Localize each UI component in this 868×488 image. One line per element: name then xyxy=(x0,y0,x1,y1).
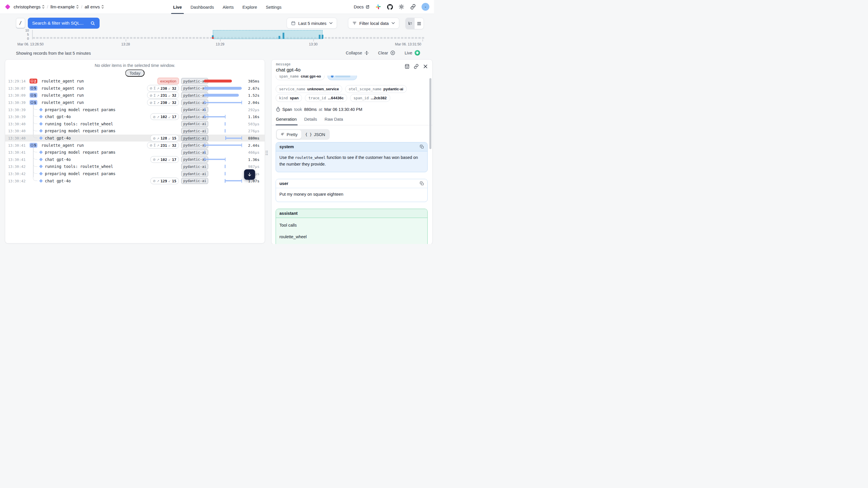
row-timestamp: 13:30:41 xyxy=(8,150,26,155)
trace-row[interactable]: 13:30:40chat gpt-4o⊘↗128↙15pydantic-ai88… xyxy=(5,135,265,142)
trace-row[interactable]: 13:30:41−5roulette_agent run⊘Σ↗231↙32pyd… xyxy=(5,141,265,149)
span-word: Span xyxy=(282,107,292,112)
tree-view-button[interactable] xyxy=(406,18,414,29)
clear-button[interactable]: Clear xyxy=(378,51,396,55)
token-usage-badge[interactable]: ⊘↗102↙17 xyxy=(150,113,179,120)
avatar-label: - xyxy=(425,5,426,9)
collapse-button[interactable]: Collapse xyxy=(346,51,369,55)
time-range-dropdown[interactable]: Last 5 minutes xyxy=(287,18,337,29)
attribute-pill-span_id[interactable]: span_id...2cb382 xyxy=(350,94,390,102)
tab-alerts[interactable]: Alerts xyxy=(223,0,234,14)
docs-link[interactable]: Docs xyxy=(354,4,370,9)
detail-tab-generation[interactable]: Generation xyxy=(276,117,297,122)
child-count-badge[interactable]: −5 xyxy=(30,143,37,148)
tree-elbow xyxy=(33,120,37,124)
trace-row[interactable]: 13:30:09+5roulette_agent run⊘Σ↗231↙32pyd… xyxy=(5,92,265,99)
token-usage-badge[interactable]: ⊘↗102↙17 xyxy=(150,156,179,163)
copy-icon[interactable] xyxy=(420,182,424,186)
attribute-pill-service_name[interactable]: service_nameunknown_service xyxy=(276,85,342,93)
scroll-to-bottom-button[interactable] xyxy=(244,169,255,180)
trace-row[interactable]: 13:30:42chat gpt-4o⊘↗129↙15pydantic-ai1.… xyxy=(5,177,265,184)
attribute-key: kind xyxy=(279,96,288,100)
output-tokens-arrow-icon: ↙ xyxy=(168,158,171,161)
timeline-xtick: 13:29 xyxy=(216,42,224,46)
detail-tab-raw-data[interactable]: Raw Data xyxy=(324,117,343,122)
child-count-badge[interactable]: +5 xyxy=(30,86,37,91)
attribute-pill-trace_id[interactable]: trace_id...64436c xyxy=(305,94,347,102)
clipped-blue-badge[interactable] xyxy=(328,75,357,80)
pretty-view-button[interactable]: Pretty xyxy=(277,130,301,139)
row-span-name: preparing model request params xyxy=(45,150,116,155)
token-usage-badge[interactable]: ⊘Σ↗231↙32 xyxy=(147,142,179,149)
output-tokens-arrow-icon: ↙ xyxy=(168,87,171,90)
flat-list-view-button[interactable] xyxy=(414,18,424,29)
token-usage-badge[interactable]: ⊘↗128↙15 xyxy=(150,135,179,141)
project-switcher[interactable]: llm-example xyxy=(51,4,79,9)
copy-icon[interactable] xyxy=(420,145,424,149)
token-coin-icon: ⊘ xyxy=(153,158,156,162)
share-link-icon[interactable] xyxy=(410,4,416,10)
token-usage-badge[interactable]: ⊘Σ↗231↙32 xyxy=(147,92,179,99)
duration-bar xyxy=(204,151,205,154)
pill-row: kindspantrace_id...64436cspan_id...2cb38… xyxy=(276,94,390,102)
user-avatar[interactable]: - xyxy=(422,3,429,11)
token-usage-badge[interactable]: ⊘Σ↗230↙32 xyxy=(147,99,179,106)
attribute-pill-otel_scope_name[interactable]: otel_scope_namepydantic-ai xyxy=(345,85,407,93)
env-switcher[interactable]: all envs xyxy=(85,4,104,9)
row-duration: 503µs xyxy=(248,122,259,126)
child-count-badge[interactable]: +5 xyxy=(30,93,37,98)
github-icon[interactable] xyxy=(387,4,393,10)
open-brace: { xyxy=(284,243,286,244)
slack-icon[interactable] xyxy=(375,4,381,10)
main-tabs: LiveDashboardsAlertsExploreSettings xyxy=(173,0,281,14)
trace-row[interactable]: 13:30:39−5roulette_agent run⊘Σ↗230↙32pyd… xyxy=(5,99,265,106)
close-icon[interactable] xyxy=(423,64,428,69)
tab-live[interactable]: Live xyxy=(173,0,182,14)
timeline-axis-tick xyxy=(220,39,221,41)
json-view-button[interactable]: { } JSON xyxy=(301,130,329,139)
chevron-updown-icon xyxy=(42,5,44,9)
sigma-icon: Σ xyxy=(153,86,155,90)
trace-row[interactable]: 13:30:40preparing model request paramspy… xyxy=(5,127,265,135)
attribute-pill-kind[interactable]: kindspan xyxy=(276,94,302,102)
json-tree-root[interactable]: { 1 items xyxy=(279,243,424,244)
breadcrumb-separator: / xyxy=(47,4,48,9)
span-diamond-icon xyxy=(39,129,43,133)
attribute-pill-span_name[interactable]: span_namechat gpt-4o xyxy=(276,75,324,80)
trace-row[interactable]: 13:30:07+5roulette_agent run⊘Σ↗230↙32pyd… xyxy=(5,85,265,92)
trace-row[interactable]: 13:30:41preparing model request paramspy… xyxy=(5,149,265,156)
detail-tab-details[interactable]: Details xyxy=(304,117,317,122)
row-duration: 292µs xyxy=(248,107,259,112)
today-pill[interactable]: Today xyxy=(125,69,145,77)
row-span-name: chat gpt-4o xyxy=(45,114,71,119)
duration-track xyxy=(204,135,242,142)
trace-row[interactable]: 13:30:42running tools: roulette_wheelpyd… xyxy=(5,163,265,170)
search-button[interactable]: Search & filter with SQL... xyxy=(28,18,100,29)
token-usage-badge[interactable]: ⊘Σ↗230↙32 xyxy=(147,85,179,92)
copy-link-icon[interactable] xyxy=(414,64,418,69)
tab-explore[interactable]: Explore xyxy=(242,0,257,14)
panel-resize-handle[interactable]: ●●●●●● xyxy=(265,148,269,158)
filter-label: Filter local data xyxy=(359,21,389,26)
theme-sun-icon[interactable] xyxy=(398,4,404,10)
trace-row[interactable]: 13:30:39chat gpt-4o⊘↗102↙17pydantic-ai1.… xyxy=(5,113,265,121)
detail-scrollbar[interactable] xyxy=(429,78,431,149)
trace-row[interactable]: 13:30:41chat gpt-4o⊘↗102↙17pydantic-ai1.… xyxy=(5,156,265,163)
timeline-selection-window[interactable] xyxy=(213,30,322,39)
tab-settings[interactable]: Settings xyxy=(266,0,281,14)
org-switcher[interactable]: christophergs xyxy=(13,4,44,9)
scroll-into-view-icon[interactable] xyxy=(404,64,409,69)
token-usage-badge[interactable]: ⊘↗129↙15 xyxy=(150,177,179,184)
duration-track xyxy=(204,177,242,184)
attribute-value: span xyxy=(290,96,299,100)
filter-local-data-dropdown[interactable]: Filter local data xyxy=(348,18,399,29)
live-toggle[interactable]: Live xyxy=(404,50,420,56)
trace-row[interactable]: 13:30:39preparing model request paramspy… xyxy=(5,106,265,113)
child-count-badge[interactable]: +2 xyxy=(30,79,37,84)
trace-row[interactable]: 13:30:40running tools: roulette_wheelpyd… xyxy=(5,121,265,128)
child-count-badge[interactable]: −5 xyxy=(30,100,37,105)
trace-row[interactable]: 13:29:14+2roulette_agent runexceptionpyd… xyxy=(5,77,265,85)
trace-row[interactable]: 13:30:42preparing model request paramspy… xyxy=(5,170,265,177)
tab-dashboards[interactable]: Dashboards xyxy=(190,0,214,14)
timeline-axis-tick xyxy=(313,39,314,41)
